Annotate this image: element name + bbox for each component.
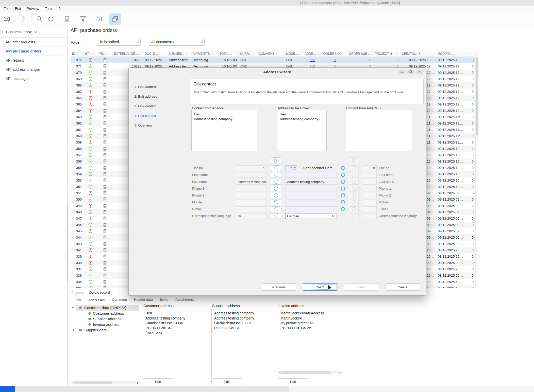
transfer-left-button[interactable]: ‹: [349, 179, 359, 185]
first-name-source-input[interactable]: [236, 172, 267, 178]
column-header-comment[interactable]: COMMENT▵: [257, 51, 285, 57]
transfer-right-button[interactable]: ›: [271, 186, 281, 191]
dialog-panel-contact-from-abacus[interactable]: [346, 110, 412, 151]
tab-items[interactable]: Items: [156, 297, 172, 303]
tree-horizontal-scrollbar[interactable]: [71, 381, 140, 384]
transfer-left-button[interactable]: ‹: [349, 213, 359, 219]
column-header-order-sub[interactable]: ORDER SUB-...▵: [347, 51, 373, 57]
document-list-icon[interactable]: [61, 13, 73, 25]
phone-2-source-input[interactable]: [236, 193, 267, 198]
transfer-all-right-button[interactable]: »: [271, 157, 281, 163]
info-icon[interactable]: [341, 193, 345, 198]
info-icon[interactable]: [341, 173, 345, 177]
wizard-step-4[interactable]: 4. Edit contact: [134, 114, 156, 118]
column-header-order-no[interactable]: ORDER NO.▵: [322, 51, 347, 57]
filter-icon[interactable]: [77, 13, 89, 25]
title-no-abacus-input[interactable]: 0: [363, 165, 377, 171]
cell-link[interactable]: 356: [310, 58, 315, 62]
transfer-left-button[interactable]: ‹: [349, 193, 359, 198]
correspondence-language-abacus-input[interactable]: [363, 213, 377, 219]
sidebar-item-api-returns[interactable]: API returns: [0, 56, 67, 65]
column-header-st[interactable]: ST...▵: [84, 51, 97, 57]
splitter-scrollbar[interactable]: [67, 204, 68, 283]
transfer-right-button[interactable]: ›: [271, 206, 281, 212]
tree-item-invoice-address[interactable]: Invoice address: [68, 322, 140, 327]
title-no-target-input[interactable]: 1: [285, 165, 297, 171]
cancel-button[interactable]: Cancel: [386, 283, 420, 291]
info-icon[interactable]: [341, 180, 345, 184]
column-header-doc-d[interactable]: DOC. D...▵: [143, 51, 167, 57]
wizard-step-5[interactable]: 5. Overview: [134, 123, 152, 127]
menu-preview[interactable]: Preview: [24, 6, 42, 12]
column-header-creatio[interactable]: CREATIO...▾: [400, 51, 436, 57]
edit-invoice-address-button[interactable]: Edit: [278, 378, 308, 385]
sidebar-item-api-messages[interactable]: API messages: [0, 74, 67, 83]
wizard-step-2[interactable]: 2. Edit address: [134, 95, 157, 98]
chevron-down-icon[interactable]: [72, 306, 75, 309]
menu-tools[interactable]: Tools: [42, 6, 56, 12]
previous-button[interactable]: Previous: [262, 283, 296, 291]
column-header-total[interactable]: TOTAL▵: [218, 51, 239, 57]
wizard-step-3[interactable]: 3. Link contact: [134, 104, 156, 108]
sidebar-item-api-purchase-orders[interactable]: API purchase orders: [0, 47, 67, 56]
search-icon[interactable]: [34, 13, 45, 25]
bottom-scrollbar-thumb[interactable]: [15, 386, 289, 392]
transfer-right-button[interactable]: ›: [271, 193, 281, 198]
transfer-left-button[interactable]: ‹: [349, 186, 359, 191]
info-icon[interactable]: [341, 200, 345, 204]
maximize-button[interactable]: ❒: [407, 70, 414, 74]
chevron-right-icon[interactable]: [72, 329, 75, 331]
mobile-target-input[interactable]: [285, 200, 337, 205]
dialog-panel-address-to-take-over[interactable]: HerrAddress testing company: [277, 110, 327, 151]
sidebar-item-api-address-changes[interactable]: API address changes: [0, 65, 67, 74]
column-header-curr[interactable]: CURR...▵: [239, 51, 257, 57]
last-name-source-input[interactable]: Address testing cor: [236, 179, 267, 185]
edit-supplier-address-button[interactable]: Edit: [211, 378, 242, 385]
e-mail-abacus-input[interactable]: [363, 206, 377, 212]
phone-2-abacus-input[interactable]: [363, 193, 377, 198]
minimize-button[interactable]: –: [398, 70, 405, 74]
sidebar-item-api-offer-requests[interactable]: API offer requests: [0, 38, 67, 47]
tree-item-supplier-data[interactable]: Supplier data: [68, 328, 140, 333]
column-header-addr[interactable]: ADDR....▵: [303, 51, 322, 57]
transfer-left-button[interactable]: ‹: [349, 200, 359, 205]
title-no-source-input[interactable]: 1: [236, 165, 267, 171]
column-header-id[interactable]: ID▵: [71, 51, 84, 57]
tree-item-supplier-address[interactable]: Supplier address: [68, 316, 140, 322]
spinner-control[interactable]: [293, 166, 296, 171]
next-button[interactable]: Next: [303, 283, 338, 291]
first-name-target-input[interactable]: [285, 172, 337, 178]
transfer-right-button[interactable]: ›: [271, 165, 281, 171]
info-icon[interactable]: [341, 166, 345, 170]
correspondence-language-target-input[interactable]: German: [285, 213, 337, 219]
last-name-abacus-input[interactable]: [363, 179, 377, 185]
column-header-mode[interactable]: MODE...▵: [285, 51, 303, 57]
transfer-left-button[interactable]: ‹: [349, 165, 359, 171]
edit-customer-address-button[interactable]: Edit: [143, 378, 173, 385]
transfer-right-button[interactable]: ›: [271, 179, 281, 185]
column-header-busines[interactable]: BUSINES...▵: [167, 51, 191, 57]
documents-filter-select[interactable]: All documents: [149, 38, 205, 46]
tab-header-data[interactable]: Header data: [130, 297, 156, 303]
transfer-left-button[interactable]: ‹: [349, 172, 359, 178]
close-icon[interactable]: ✕: [416, 70, 423, 74]
transfer-right-button[interactable]: ›: [271, 213, 281, 219]
transfer-right-button[interactable]: ›: [271, 172, 281, 178]
menu-item[interactable]: ?: [56, 6, 63, 12]
lightning-icon[interactable]: [18, 13, 29, 25]
info-icon[interactable]: [341, 207, 345, 211]
column-header-project-n[interactable]: PROJECT N...▵: [373, 51, 400, 57]
folder-select[interactable]: To be edited: [97, 38, 141, 46]
mobile-source-input[interactable]: [236, 200, 267, 205]
tab-attachments[interactable]: Attachments: [172, 297, 198, 303]
tab-addresses[interactable]: Addresses: [85, 297, 109, 303]
window-stack-icon[interactable]: [109, 13, 121, 25]
phone-1-source-input[interactable]: [236, 186, 267, 191]
table-vertical-scrollbar[interactable]: [475, 51, 479, 288]
phone-1-abacus-input[interactable]: [363, 186, 377, 191]
column-header-pr[interactable]: PR...▵: [97, 51, 112, 57]
menu-edit[interactable]: Edit: [12, 6, 24, 12]
column-header-external-or[interactable]: EXTERNAL OR...▵: [112, 51, 143, 57]
first-name-abacus-input[interactable]: [363, 172, 377, 178]
sidebar-header[interactable]: E-Business inbox: [0, 26, 67, 38]
